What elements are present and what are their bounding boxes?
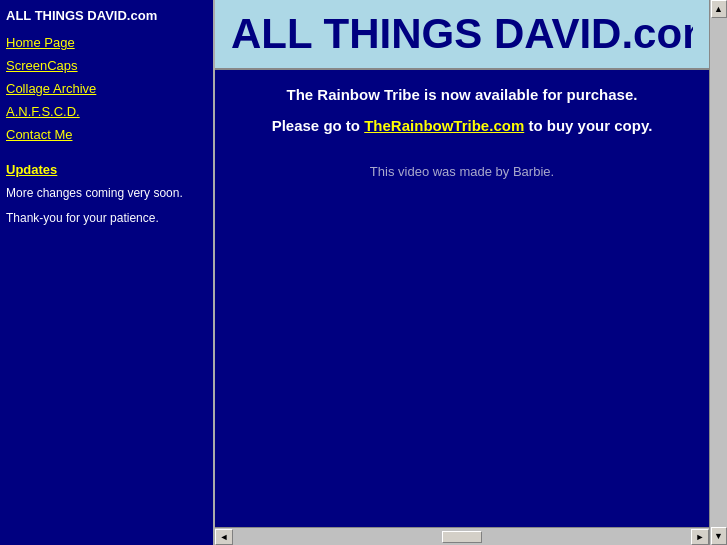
scroll-right-button[interactable]: ► [691,529,709,545]
announcement-text: The Rainbow Tribe is now available for p… [235,86,689,103]
sidebar-item-home-page[interactable]: Home Page [6,35,207,50]
sidebar-item-collage-archive[interactable]: Collage Archive [6,81,207,96]
main-header: ALL THINGS DAVID.com [215,0,709,70]
sidebar-nav: Home Page ScreenCaps Collage Archive A.N… [6,35,207,142]
scroll-up-button[interactable]: ▲ [711,0,727,18]
scroll-down-button[interactable]: ▼ [711,527,727,545]
right-scrollbar[interactable]: ▲ ▼ [709,0,727,545]
sidebar: ALL THINGS DAVID.com Home Page ScreenCap… [0,0,215,545]
scrollbar-thumb-horizontal[interactable] [442,531,482,543]
main-header-title: ALL THINGS DAVID.com [231,10,693,58]
credit-text: This video was made by Barbie. [235,164,689,179]
sidebar-item-anfscd[interactable]: A.N.F.S.C.D. [6,104,207,119]
purchase-text-before: Please go to [272,117,365,134]
bottom-scrollbar[interactable]: ◄ ► [215,527,709,545]
updates-text-2: Thank-you for your patience. [6,210,207,227]
main-content: ALL THINGS DAVID.com The Rainbow Tribe i… [215,0,709,545]
sidebar-title: ALL THINGS DAVID.com [6,8,207,23]
scrollbar-track-vertical[interactable] [711,18,727,527]
main-body: The Rainbow Tribe is now available for p… [215,70,709,527]
updates-text-1: More changes coming very soon. [6,185,207,202]
sidebar-item-screencaps[interactable]: ScreenCaps [6,58,207,73]
purchase-text-after: to buy your copy. [524,117,652,134]
sidebar-item-contact-me[interactable]: Contact Me [6,127,207,142]
updates-title: Updates [6,162,207,177]
scrollbar-track-horizontal[interactable] [233,529,691,545]
purchase-text: Please go to TheRainbowTribe.com to buy … [235,117,689,134]
scroll-left-button[interactable]: ◄ [215,529,233,545]
purchase-link[interactable]: TheRainbowTribe.com [364,117,524,134]
